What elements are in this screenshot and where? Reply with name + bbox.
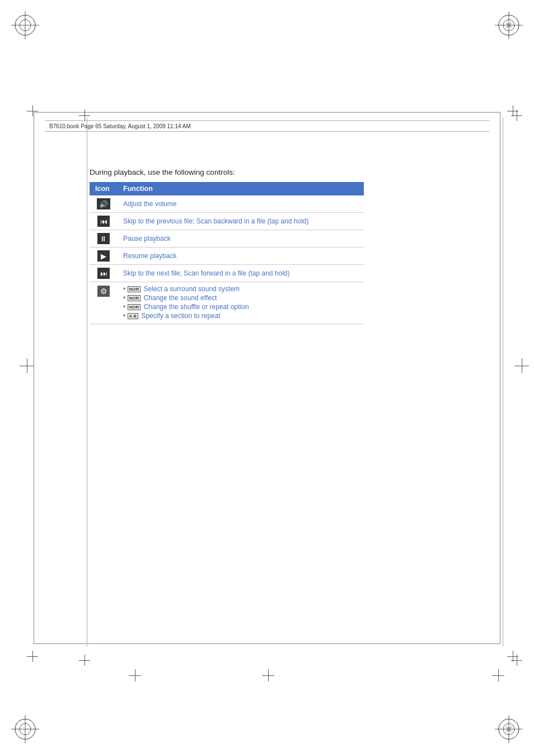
list-item: NOR Change the sound effect: [123, 294, 358, 302]
icon-cell-gear: ⚙: [90, 282, 118, 324]
function-cell-play: Resume playback: [118, 248, 364, 265]
skip-next-icon: ⏭: [97, 268, 110, 279]
col-header-icon: Icon: [90, 182, 118, 195]
section-repeat-text: Specify a section to repeat: [141, 312, 220, 320]
table-row: ⏸ Pause playback: [90, 230, 364, 248]
table-row: ▶ Resume playback: [90, 248, 364, 265]
icon-cell-volume: 🔊: [90, 195, 118, 213]
skip-prev-icon: ⏮: [97, 216, 110, 227]
surround-sound-text: Select a surround sound system: [144, 285, 240, 293]
svg-point-9: [507, 24, 510, 27]
border-top: [34, 112, 500, 113]
table-row: ⏮ Skip to the previous file; Scan backwa…: [90, 213, 364, 230]
inner-border-left: [87, 118, 87, 647]
icon-cell-skip-prev: ⏮: [90, 213, 118, 230]
icon-cell-play: ▶: [90, 248, 118, 265]
gear-function-list: NOR Select a surround sound system NOR C…: [123, 285, 358, 320]
list-item: NOR Select a surround sound system: [123, 285, 358, 293]
col-header-function: Function: [118, 182, 364, 195]
border-left: [34, 112, 34, 644]
function-cell-pause: Pause playback: [118, 230, 364, 248]
target-br: [495, 715, 523, 745]
nor-badge-2: NOR: [128, 295, 141, 301]
nor-badge-3: NOR: [128, 304, 141, 310]
table-header-row: Icon Function: [90, 182, 364, 195]
list-item: NOR Change the shuffle or repeat option: [123, 303, 358, 311]
target-tr: [495, 11, 523, 41]
function-cell-skip-next: Skip to the next file; Scan forward in a…: [118, 265, 364, 282]
table-row: 🔊 Adjust the volume: [90, 195, 364, 213]
inner-border-right: [503, 118, 503, 647]
icon-cell-pause: ⏸: [90, 230, 118, 248]
pause-icon: ⏸: [97, 233, 110, 244]
content-area: During playback, use the following contr…: [90, 168, 500, 324]
nor-badge-1: NOR: [128, 286, 141, 292]
function-cell-volume: Adjust the volume: [118, 195, 364, 213]
header-text: B7610.book Page 65 Saturday, August 1, 2…: [49, 123, 191, 129]
icon-cell-skip-next: ⏭: [90, 265, 118, 282]
border-bottom: [34, 643, 500, 644]
intro-text: During playback, use the following contr…: [90, 168, 500, 176]
function-cell-skip-prev: Skip to the previous file; Scan backward…: [118, 213, 364, 230]
volume-icon: 🔊: [97, 198, 110, 209]
target-tl: [11, 11, 39, 41]
controls-table: Icon Function 🔊 Adjust the volume ⏮ Skip…: [90, 182, 364, 324]
sound-effect-text: Change the sound effect: [144, 294, 217, 302]
table-row: ⏭ Skip to the next file; Scan forward in…: [90, 265, 364, 282]
table-row: ⚙ NOR Select a surround sound system NOR…: [90, 282, 364, 324]
target-bl: [11, 715, 39, 745]
gear-icon: ⚙: [97, 286, 110, 297]
header-bar: B7610.book Page 65 Saturday, August 1, 2…: [45, 120, 489, 132]
list-item: A B Specify a section to repeat: [123, 312, 358, 320]
ab-badge: A B: [128, 313, 138, 319]
play-icon: ▶: [97, 250, 110, 262]
svg-point-19: [507, 727, 510, 731]
shuffle-repeat-text: Change the shuffle or repeat option: [144, 303, 249, 311]
function-cell-gear: NOR Select a surround sound system NOR C…: [118, 282, 364, 324]
